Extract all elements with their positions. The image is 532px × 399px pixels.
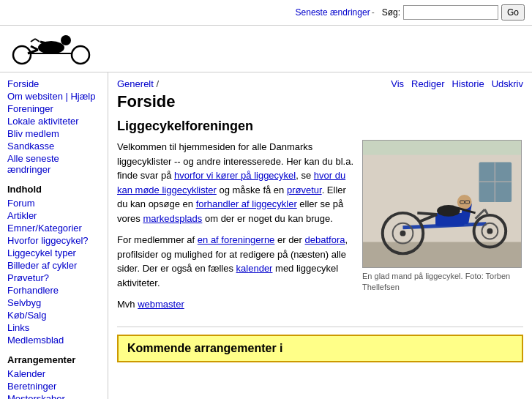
nav-item: Alle seneste ændringer <box>7 153 100 175</box>
nav-item: Kalender <box>7 368 100 379</box>
nav-item: Hvorfor liggecykel? <box>7 235 100 246</box>
bike-image <box>362 140 522 268</box>
link-hvorfor[interactable]: hvorfor vi kører på liggecykel <box>174 170 296 181</box>
nav-link-forum[interactable]: Forum <box>7 198 35 209</box>
breadcrumb-separator: / <box>157 78 160 89</box>
nav-item: Foreninger <box>7 103 100 114</box>
article-body: Velkommen til hjemmesiden for alle Danma… <box>117 140 523 319</box>
svg-point-22 <box>487 228 492 234</box>
page-actions: Vis Rediger Historie Udskriv <box>391 78 523 89</box>
nav-link-selvbyg[interactable]: Selvbyg <box>7 297 41 308</box>
go-button[interactable]: Go <box>501 4 525 20</box>
text-p1f: om der er noget du kan bruge. <box>202 213 333 224</box>
nav-item: Beretninger <box>7 381 100 392</box>
nav-link-sandkasse[interactable]: Sandkasse <box>7 141 54 152</box>
nav-item: Lokale aktiviteter <box>7 116 100 127</box>
nav-link-medlemsblad[interactable]: Medlemsblad <box>7 335 64 346</box>
nav-link-links[interactable]: Links <box>7 322 29 333</box>
nav-link-artikler[interactable]: Artikler <box>7 210 37 221</box>
nav-link-beretninger[interactable]: Beretninger <box>7 381 56 392</box>
link-kalender[interactable]: kalender <box>236 263 273 274</box>
svg-point-6 <box>72 46 89 64</box>
nav-link-forside[interactable]: Forside <box>7 78 39 89</box>
nav-link-alle[interactable]: Alle seneste ændringer <box>7 153 59 175</box>
nav-item: Billeder af cykler <box>7 260 100 271</box>
nav-item: Emner/Kategorier <box>7 223 100 234</box>
link-debatfora[interactable]: debatfora <box>305 234 345 245</box>
svg-point-7 <box>13 46 31 64</box>
image-caption: En glad mand på liggecykel. Foto: Torben… <box>362 271 523 294</box>
rediger-link[interactable]: Rediger <box>411 78 445 89</box>
logo-area <box>0 26 532 72</box>
nav-item: Artikler <box>7 210 100 221</box>
svg-line-8 <box>35 39 40 42</box>
text-p2b: er der <box>274 234 304 245</box>
link-foreningerne[interactable]: en af foreningerne <box>198 234 275 245</box>
article-paragraph-1: Velkommen til hjemmesiden for alle Danma… <box>117 140 353 225</box>
nav-item: Forside <box>7 78 100 89</box>
nav-item: Forhandlere <box>7 285 100 296</box>
sidebar: Forside Om websiten | Hjælp Foreninger L… <box>0 72 108 399</box>
nav-link-foreninger[interactable]: Foreninger <box>7 103 53 114</box>
nav-item: Selvbyg <box>7 297 100 308</box>
site-logo <box>7 31 102 67</box>
nav-link-lokale[interactable]: Lokale aktiviteter <box>7 116 79 127</box>
vis-link[interactable]: Vis <box>391 78 404 89</box>
svg-line-4 <box>31 46 38 50</box>
nav-item: Bliv medlem <box>7 128 100 139</box>
search-label: Søg: <box>382 7 400 18</box>
svg-point-19 <box>400 231 406 236</box>
link-forhandler[interactable]: forhandler af liggecykler <box>196 198 297 209</box>
nav-link-proevetur[interactable]: Prøvetur? <box>7 272 49 283</box>
nav-link-billeder[interactable]: Billeder af cykler <box>7 260 77 271</box>
nav-item: Forum <box>7 198 100 209</box>
article-paragraph-2: For medlemmer af en af foreningerne er d… <box>117 233 353 290</box>
breadcrumb: Generelt / <box>117 78 159 89</box>
text-p1b: , se <box>296 170 314 181</box>
nav-link-typer[interactable]: Liggecykel typer <box>7 247 76 258</box>
udskriv-link[interactable]: Udskriv <box>492 78 523 89</box>
nav-link-emner[interactable]: Emner/Kategorier <box>7 223 82 234</box>
nav-item: Liggecykel typer <box>7 247 100 258</box>
svg-point-27 <box>437 205 460 217</box>
layout: Forside Om websiten | Hjælp Foreninger L… <box>0 72 532 399</box>
nav-item: Om websiten | Hjælp <box>7 91 100 102</box>
nav-link-kalender[interactable]: Kalender <box>7 368 45 379</box>
upcoming-box: Kommende arrangementer i <box>117 335 523 362</box>
section-arrangementer-header: Arrangementer <box>7 354 100 365</box>
nav-link-mesterskaber[interactable]: Mesterskaber <box>7 393 65 399</box>
top-bar: Seneste ændringer - Søg: Go <box>0 0 532 26</box>
nav-link-om[interactable]: Om websiten | Hjælp <box>7 91 95 102</box>
nav-item: Mesterskaber <box>7 393 100 399</box>
link-proevetur[interactable]: prøvetur <box>287 184 322 195</box>
svg-line-9 <box>31 39 35 42</box>
section-indhold-header: Indhold <box>7 184 100 195</box>
divider <box>117 327 523 327</box>
article-paragraph-3: Mvh webmaster <box>117 297 353 312</box>
nav-item: Medlemsblad <box>7 335 100 346</box>
upcoming-title: Kommende arrangementer i <box>127 342 513 355</box>
nav-item: Køb/Salg <box>7 310 100 321</box>
page-title: Forside <box>117 92 523 111</box>
historie-link[interactable]: Historie <box>452 78 484 89</box>
svg-point-1 <box>61 35 71 45</box>
nav-item: Prøvetur? <box>7 272 100 283</box>
article-image: En glad mand på liggecykel. Foto: Torben… <box>362 140 523 319</box>
text-p2a: For medlemmer af <box>117 234 198 245</box>
article-title: Liggecykelforeningen <box>117 119 523 134</box>
nav-link-bliv[interactable]: Bliv medlem <box>7 128 59 139</box>
bike-photo-svg <box>363 140 521 268</box>
nav-link-forhandlere[interactable]: Forhandlere <box>7 285 59 296</box>
text-p3a: Mvh <box>117 299 138 310</box>
search-input[interactable] <box>403 5 498 20</box>
svg-line-32 <box>417 213 437 215</box>
breadcrumb-parent-link[interactable]: Generelt <box>117 78 154 89</box>
link-webmaster[interactable]: webmaster <box>138 299 184 310</box>
nav-link-hvorfor[interactable]: Hvorfor liggecykel? <box>7 235 89 246</box>
nav-item: Sandkasse <box>7 141 100 152</box>
link-markedsplads[interactable]: markedsplads <box>143 213 202 224</box>
article-text: Velkommen til hjemmesiden for alle Danma… <box>117 140 353 319</box>
action-bar: Generelt / Vis Rediger Historie Udskriv <box>117 78 523 89</box>
latest-changes-link[interactable]: Seneste ændringer <box>296 7 370 18</box>
nav-link-koeb[interactable]: Køb/Salg <box>7 310 46 321</box>
